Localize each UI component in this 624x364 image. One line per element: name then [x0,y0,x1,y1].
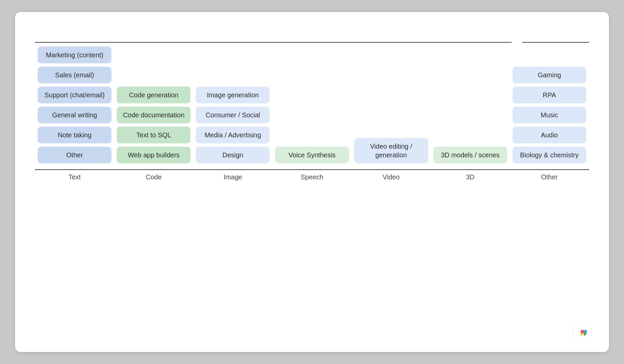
category-label-text: Text [35,173,114,181]
chip-3d: 3D models / scenes [433,147,507,163]
chip-text: Support (chat/email) [38,87,111,103]
chip-text: Other [38,147,111,163]
column-image: Image generationConsumer / SocialMedia /… [193,87,272,163]
chip-other: Biology & chemistry [513,147,586,163]
app-layer-row [35,42,589,43]
chip-code: Text to SQL [117,127,191,143]
chip-code: Code documentation [117,107,191,123]
google-cloud-logo [572,322,592,342]
column-speech: Voice Synthesis [272,147,351,163]
chip-code: Web app builders [117,147,191,163]
chip-image: Consumer / Social [196,107,270,123]
columns-container: Marketing (content)Sales (email)Support … [35,47,589,163]
category-label-speech: Speech [272,173,351,181]
chip-video: Video editing / generation [354,138,428,163]
column-3d: 3D models / scenes [431,147,510,163]
bottom-divider [35,169,589,170]
chip-image: Media / Advertising [196,127,270,143]
main-card: Marketing (content)Sales (email)Support … [15,12,609,352]
column-other: GamingRPAMusicAudioBiology & chemistry [510,67,589,163]
chip-other: Music [513,107,586,123]
category-label-video: Video [352,173,431,181]
category-label-code: Code [114,173,193,181]
category-label-other: Other [510,173,589,181]
chip-code: Code generation [117,87,191,103]
chip-image: Image generation [196,87,270,103]
chip-other: RPA [513,87,586,103]
top-line-right [522,42,589,43]
chip-image: Design [196,147,270,163]
category-labels: TextCodeImageSpeechVideo3DOther [35,173,589,181]
category-label-3d: 3D [431,173,510,181]
chip-text: General writing [38,107,111,123]
top-line-left [35,42,512,43]
chip-other: Audio [513,127,586,143]
column-video: Video editing / generation [352,138,431,163]
chip-text: Marketing (content) [38,47,111,63]
chip-text: Sales (email) [38,67,111,83]
chip-other: Gaming [513,67,586,83]
category-label-image: Image [193,173,272,181]
column-text: Marketing (content)Sales (email)Support … [35,47,114,163]
chip-speech: Voice Synthesis [275,147,349,163]
chip-text: Note taking [38,127,111,143]
column-code: Code generationCode documentationText to… [114,87,193,163]
